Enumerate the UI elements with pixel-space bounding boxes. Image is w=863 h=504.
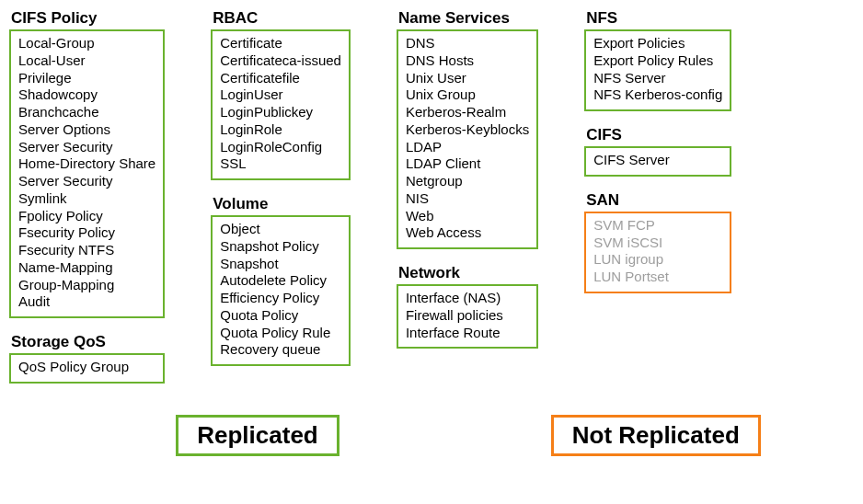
list-item: Audit xyxy=(18,293,155,311)
list-item: Local-User xyxy=(18,52,155,70)
legend-row: Replicated Not Replicated xyxy=(9,415,854,456)
list-item: Interface Route xyxy=(406,325,529,342)
category-group: NetworkInterface (NAS)Firewall policiesI… xyxy=(397,264,538,349)
list-item: LoginRoleConfig xyxy=(220,139,341,156)
category-group: SANSVM FCPSVM iSCSILUN igroupLUN Portset xyxy=(584,191,731,293)
group-title: RBAC xyxy=(213,9,351,28)
list-item: SSL xyxy=(220,155,341,173)
category-group: RBACCertificateCertificateca-issuedCerti… xyxy=(211,9,351,180)
category-group: CIFS PolicyLocal-GroupLocal-UserPrivileg… xyxy=(9,9,165,318)
column: CIFS PolicyLocal-GroupLocal-UserPrivileg… xyxy=(9,9,165,398)
list-item: Server Options xyxy=(18,121,155,139)
list-item: Symlink xyxy=(18,190,155,208)
list-item: NFS Kerberos-config xyxy=(593,86,722,104)
list-item: Snapshot xyxy=(220,256,341,273)
group-title: CIFS xyxy=(586,126,731,144)
list-item: Export Policies xyxy=(593,35,722,52)
category-group: Storage QoSQoS Policy Group xyxy=(9,333,165,384)
category-group: CIFSCIFS Server xyxy=(584,126,731,177)
list-item: Name-Mapping xyxy=(18,259,155,277)
list-item: Fsecurity NTFS xyxy=(18,242,155,259)
list-item: Unix User xyxy=(406,70,529,87)
legend-not-replicated: Not Replicated xyxy=(551,415,761,456)
list-item: Certificateca-issued xyxy=(220,52,341,70)
list-item: Autodelete Policy xyxy=(220,272,341,290)
group-box: SVM FCPSVM iSCSILUN igroupLUN Portset xyxy=(584,212,731,293)
list-item: Quota Policy Rule xyxy=(220,325,341,342)
list-item: Home-Directory Share xyxy=(18,155,155,173)
list-item: Branchcache xyxy=(18,104,155,121)
list-item: Netgroup xyxy=(406,173,529,190)
list-item: LDAP Client xyxy=(406,155,529,173)
list-item: Unix Group xyxy=(406,86,529,104)
group-title: SAN xyxy=(586,191,731,210)
list-item: Group-Mapping xyxy=(18,277,155,294)
group-box: CIFS Server xyxy=(584,146,731,177)
list-item: Export Policy Rules xyxy=(593,52,722,70)
category-group: VolumeObjectSnapshot PolicySnapshotAutod… xyxy=(211,195,351,366)
group-box: Interface (NAS)Firewall policiesInterfac… xyxy=(397,284,538,349)
group-box: DNSDNS HostsUnix UserUnix GroupKerberos-… xyxy=(397,29,538,249)
category-group: NFSExport PoliciesExport Policy RulesNFS… xyxy=(584,9,731,111)
list-item: Privilege xyxy=(18,70,155,87)
list-item: DNS xyxy=(406,35,529,52)
list-item: Recovery queue xyxy=(220,341,341,359)
list-item: LUN Portset xyxy=(593,269,722,286)
list-item: Firewall policies xyxy=(406,307,529,325)
list-item: SVM iSCSI xyxy=(593,235,722,252)
list-item: Fpolicy Policy xyxy=(18,208,155,225)
list-item: SVM FCP xyxy=(593,217,722,235)
list-item: Web Access xyxy=(406,224,529,242)
list-item: Server Security xyxy=(18,139,155,156)
list-item: Interface (NAS) xyxy=(406,290,529,307)
list-item: Local-Group xyxy=(18,35,155,52)
list-item: Quota Policy xyxy=(220,307,341,325)
group-box: Export PoliciesExport Policy RulesNFS Se… xyxy=(584,29,731,111)
group-title: Volume xyxy=(213,195,351,213)
column: RBACCertificateCertificateca-issuedCerti… xyxy=(211,9,351,381)
list-item: Shadowcopy xyxy=(18,86,155,104)
list-item: Certificate xyxy=(220,35,341,52)
list-item: LoginPublickey xyxy=(220,104,341,121)
list-item: Kerberos-Keyblocks xyxy=(406,121,529,139)
list-item: QoS Policy Group xyxy=(18,359,155,376)
list-item: LDAP xyxy=(406,139,529,156)
group-title: Storage QoS xyxy=(11,333,165,351)
list-item: LoginRole xyxy=(220,121,341,139)
column: NFSExport PoliciesExport Policy RulesNFS… xyxy=(584,9,731,308)
diagram-columns: CIFS PolicyLocal-GroupLocal-UserPrivileg… xyxy=(9,9,854,398)
list-item: NFS Server xyxy=(593,70,722,87)
list-item: NIS xyxy=(406,190,529,208)
list-item: Object xyxy=(220,221,341,238)
list-item: DNS Hosts xyxy=(406,52,529,70)
list-item: Web xyxy=(406,208,529,225)
group-box: Local-GroupLocal-UserPrivilegeShadowcopy… xyxy=(9,29,165,318)
list-item: Fsecurity Policy xyxy=(18,224,155,242)
group-box: ObjectSnapshot PolicySnapshotAutodelete … xyxy=(211,215,351,366)
column: Name ServicesDNSDNS HostsUnix UserUnix G… xyxy=(397,9,538,363)
category-group: Name ServicesDNSDNS HostsUnix UserUnix G… xyxy=(397,9,538,249)
list-item: LoginUser xyxy=(220,86,341,104)
list-item: CIFS Server xyxy=(593,152,722,169)
group-title: Network xyxy=(398,264,538,282)
list-item: Efficiency Policy xyxy=(220,290,341,307)
list-item: Certificatefile xyxy=(220,70,341,87)
group-title: Name Services xyxy=(398,9,538,28)
list-item: Server Security xyxy=(18,173,155,190)
list-item: Kerberos-Realm xyxy=(406,104,529,121)
group-title: CIFS Policy xyxy=(11,9,165,28)
group-title: NFS xyxy=(586,9,731,28)
list-item: Snapshot Policy xyxy=(220,238,341,256)
group-box: CertificateCertificateca-issuedCertifica… xyxy=(211,29,351,180)
legend-replicated: Replicated xyxy=(176,415,339,456)
list-item: LUN igroup xyxy=(593,251,722,269)
group-box: QoS Policy Group xyxy=(9,353,165,384)
